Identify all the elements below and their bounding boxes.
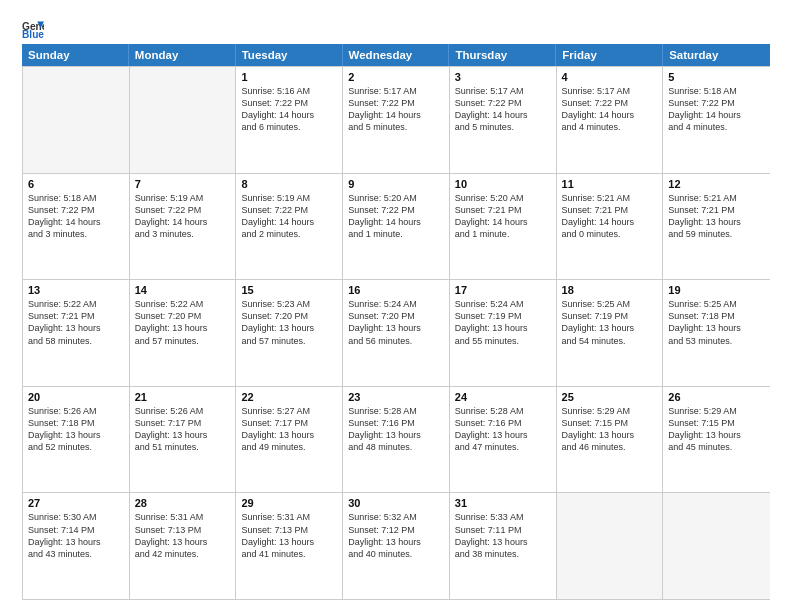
cell-info-line: Sunset: 7:16 PM (455, 417, 551, 429)
cell-info-line: Sunrise: 5:22 AM (28, 298, 124, 310)
cell-info-line: and 3 minutes. (135, 228, 231, 240)
day-number: 27 (28, 497, 124, 509)
cell-info-line: Daylight: 14 hours (562, 216, 658, 228)
cell-info-line: Daylight: 13 hours (348, 322, 444, 334)
calendar-cell: 17Sunrise: 5:24 AMSunset: 7:19 PMDayligh… (450, 280, 557, 386)
cell-info-line: Sunset: 7:17 PM (241, 417, 337, 429)
cell-info-line: Sunrise: 5:23 AM (241, 298, 337, 310)
calendar-cell: 5Sunrise: 5:18 AMSunset: 7:22 PMDaylight… (663, 67, 770, 173)
calendar-cell: 8Sunrise: 5:19 AMSunset: 7:22 PMDaylight… (236, 174, 343, 280)
calendar-cell: 2Sunrise: 5:17 AMSunset: 7:22 PMDaylight… (343, 67, 450, 173)
cell-info-line: Sunset: 7:22 PM (28, 204, 124, 216)
cell-info-line: Sunrise: 5:24 AM (348, 298, 444, 310)
calendar-cell: 18Sunrise: 5:25 AMSunset: 7:19 PMDayligh… (557, 280, 664, 386)
weekday-header: Thursday (449, 44, 556, 66)
day-number: 5 (668, 71, 765, 83)
cell-info-line: Daylight: 13 hours (135, 322, 231, 334)
cell-info-line: Sunset: 7:22 PM (668, 97, 765, 109)
day-number: 13 (28, 284, 124, 296)
calendar-cell: 13Sunrise: 5:22 AMSunset: 7:21 PMDayligh… (23, 280, 130, 386)
cell-info-line: Sunset: 7:15 PM (562, 417, 658, 429)
cell-info-line: and 42 minutes. (135, 548, 231, 560)
cell-info-line: Daylight: 13 hours (668, 322, 765, 334)
cell-info-line: and 2 minutes. (241, 228, 337, 240)
weekday-header: Friday (556, 44, 663, 66)
cell-info-line: Sunrise: 5:20 AM (348, 192, 444, 204)
cell-info-line: Sunrise: 5:18 AM (28, 192, 124, 204)
day-number: 19 (668, 284, 765, 296)
cell-info-line: Sunset: 7:21 PM (668, 204, 765, 216)
cell-info-line: Sunset: 7:21 PM (28, 310, 124, 322)
cell-info-line: and 4 minutes. (668, 121, 765, 133)
calendar-row: 1Sunrise: 5:16 AMSunset: 7:22 PMDaylight… (23, 67, 770, 174)
cell-info-line: Sunset: 7:21 PM (455, 204, 551, 216)
calendar-cell: 24Sunrise: 5:28 AMSunset: 7:16 PMDayligh… (450, 387, 557, 493)
cell-info-line: Sunset: 7:13 PM (241, 524, 337, 536)
cell-info-line: and 0 minutes. (562, 228, 658, 240)
day-number: 12 (668, 178, 765, 190)
day-number: 6 (28, 178, 124, 190)
cell-info-line: Sunset: 7:19 PM (562, 310, 658, 322)
day-number: 22 (241, 391, 337, 403)
cell-info-line: and 48 minutes. (348, 441, 444, 453)
cell-info-line: Daylight: 13 hours (241, 536, 337, 548)
weekday-header: Saturday (663, 44, 770, 66)
calendar-cell: 27Sunrise: 5:30 AMSunset: 7:14 PMDayligh… (23, 493, 130, 599)
cell-info-line: Sunrise: 5:19 AM (241, 192, 337, 204)
cell-info-line: Sunrise: 5:30 AM (28, 511, 124, 523)
cell-info-line: Daylight: 14 hours (135, 216, 231, 228)
day-number: 11 (562, 178, 658, 190)
cell-info-line: Sunset: 7:22 PM (562, 97, 658, 109)
day-number: 9 (348, 178, 444, 190)
cell-info-line: Sunset: 7:22 PM (348, 204, 444, 216)
cell-info-line: Daylight: 14 hours (668, 109, 765, 121)
cell-info-line: Sunset: 7:18 PM (28, 417, 124, 429)
cell-info-line: and 56 minutes. (348, 335, 444, 347)
cell-info-line: Sunset: 7:17 PM (135, 417, 231, 429)
cell-info-line: and 51 minutes. (135, 441, 231, 453)
cell-info-line: and 1 minute. (455, 228, 551, 240)
calendar-cell (663, 493, 770, 599)
cell-info-line: Sunset: 7:11 PM (455, 524, 551, 536)
calendar-cell (130, 67, 237, 173)
cell-info-line: Daylight: 13 hours (562, 429, 658, 441)
day-number: 17 (455, 284, 551, 296)
calendar-cell: 7Sunrise: 5:19 AMSunset: 7:22 PMDaylight… (130, 174, 237, 280)
day-number: 3 (455, 71, 551, 83)
day-number: 10 (455, 178, 551, 190)
cell-info-line: Sunrise: 5:27 AM (241, 405, 337, 417)
weekday-header: Wednesday (343, 44, 450, 66)
calendar-cell: 31Sunrise: 5:33 AMSunset: 7:11 PMDayligh… (450, 493, 557, 599)
cell-info-line: Sunset: 7:22 PM (455, 97, 551, 109)
weekday-header: Tuesday (236, 44, 343, 66)
cell-info-line: Sunset: 7:22 PM (241, 204, 337, 216)
cell-info-line: Sunset: 7:22 PM (135, 204, 231, 216)
cell-info-line: Daylight: 14 hours (455, 109, 551, 121)
calendar-cell: 25Sunrise: 5:29 AMSunset: 7:15 PMDayligh… (557, 387, 664, 493)
cell-info-line: Daylight: 13 hours (241, 322, 337, 334)
cell-info-line: Sunset: 7:20 PM (241, 310, 337, 322)
cell-info-line: and 40 minutes. (348, 548, 444, 560)
cell-info-line: and 55 minutes. (455, 335, 551, 347)
cell-info-line: Daylight: 13 hours (562, 322, 658, 334)
cell-info-line: Sunrise: 5:20 AM (455, 192, 551, 204)
calendar-cell: 22Sunrise: 5:27 AMSunset: 7:17 PMDayligh… (236, 387, 343, 493)
cell-info-line: Daylight: 14 hours (562, 109, 658, 121)
cell-info-line: Daylight: 14 hours (28, 216, 124, 228)
day-number: 28 (135, 497, 231, 509)
cell-info-line: Sunset: 7:15 PM (668, 417, 765, 429)
weekday-header: Sunday (22, 44, 129, 66)
cell-info-line: Sunrise: 5:32 AM (348, 511, 444, 523)
cell-info-line: Sunrise: 5:29 AM (668, 405, 765, 417)
calendar-cell: 11Sunrise: 5:21 AMSunset: 7:21 PMDayligh… (557, 174, 664, 280)
calendar-cell (23, 67, 130, 173)
cell-info-line: Sunset: 7:12 PM (348, 524, 444, 536)
cell-info-line: and 49 minutes. (241, 441, 337, 453)
cell-info-line: Daylight: 13 hours (348, 536, 444, 548)
day-number: 30 (348, 497, 444, 509)
calendar-cell: 21Sunrise: 5:26 AMSunset: 7:17 PMDayligh… (130, 387, 237, 493)
calendar-cell: 9Sunrise: 5:20 AMSunset: 7:22 PMDaylight… (343, 174, 450, 280)
cell-info-line: Sunrise: 5:21 AM (562, 192, 658, 204)
day-number: 18 (562, 284, 658, 296)
calendar-cell: 19Sunrise: 5:25 AMSunset: 7:18 PMDayligh… (663, 280, 770, 386)
